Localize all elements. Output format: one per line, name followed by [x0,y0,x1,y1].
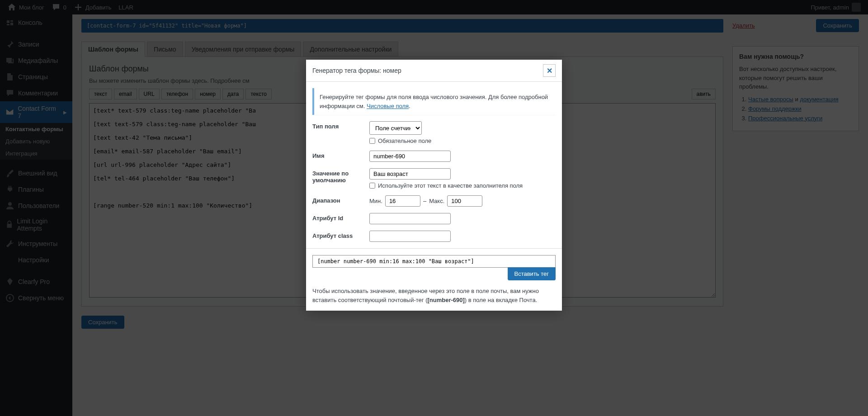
range-dash: – [423,198,426,204]
modal-info: Генерируйте тег формы для поля ввода чис… [312,88,556,115]
min-label: Мин. [369,198,382,204]
label-id-attr: Атрибут Id [312,213,369,222]
close-icon: ✕ [547,66,552,75]
default-input[interactable] [369,168,451,180]
field-type-select[interactable]: Поле счетчика [369,121,422,135]
tag-generator-modal: Генератор тега формы: номер ✕ Генерируйт… [306,60,562,311]
label-range: Диапазон [312,195,369,204]
id-attr-input[interactable] [369,213,451,224]
insert-tag-button[interactable]: Вставить тег [508,267,556,280]
min-input[interactable] [385,195,420,207]
label-name: Имя [312,151,369,159]
modal-title: Генератор тега формы: номер [312,67,401,74]
modal-close-button[interactable]: ✕ [543,64,556,77]
class-attr-input[interactable] [369,231,451,242]
max-input[interactable] [447,195,482,207]
placeholder-checkbox[interactable] [369,183,375,189]
required-checkbox[interactable] [369,138,375,144]
max-label: Макс. [429,198,444,204]
label-class-attr: Атрибут class [312,231,369,239]
required-label: Обязательное поле [378,137,431,144]
modal-info-link[interactable]: Числовые поля [367,103,409,109]
name-input[interactable] [369,151,451,162]
label-field-type: Тип поля [312,121,369,130]
placeholder-label: Используйте этот текст в качестве заполн… [378,182,523,189]
tag-output[interactable] [312,255,556,268]
label-default: Значение по умолчанию [312,168,369,184]
modal-footer-note: Чтобы использовать значение, введенное ч… [312,287,556,304]
